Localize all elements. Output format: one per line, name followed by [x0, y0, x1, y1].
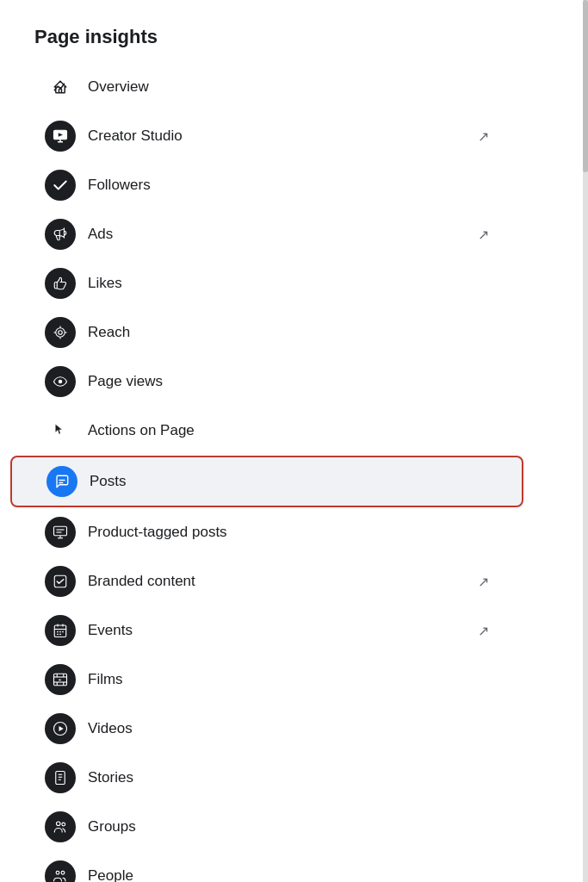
- svg-rect-23: [59, 631, 61, 633]
- sidebar-item-followers[interactable]: Followers: [10, 161, 523, 209]
- product-tagged-icon: [45, 517, 76, 548]
- sidebar-item-people[interactable]: People: [10, 852, 523, 882]
- external-link-icon: ↗: [478, 128, 489, 145]
- sidebar-item-films-label: Films: [88, 671, 489, 688]
- page-views-icon: [45, 366, 76, 397]
- sidebar-item-reach[interactable]: Reach: [10, 308, 523, 357]
- sidebar-item-posts-label: Posts: [90, 473, 487, 490]
- svg-point-43: [56, 871, 59, 874]
- external-link-icon-ads: ↗: [478, 227, 489, 243]
- sidebar-item-page-views[interactable]: Page views: [10, 357, 523, 406]
- sidebar-item-videos-label: Videos: [88, 720, 489, 737]
- svg-point-42: [62, 823, 65, 826]
- sidebar-item-actions-on-page-label: Actions on Page: [88, 422, 489, 439]
- svg-rect-12: [54, 526, 67, 536]
- svg-rect-37: [56, 772, 65, 785]
- likes-icon: [45, 268, 76, 299]
- sidebar-item-likes-label: Likes: [88, 275, 489, 292]
- sidebar-item-page-views-label: Page views: [88, 373, 489, 390]
- sidebar-item-creator-studio[interactable]: Creator Studio ↗: [10, 112, 523, 160]
- external-link-icon-branded: ↗: [478, 574, 489, 590]
- sidebar-item-stories-label: Stories: [88, 769, 489, 786]
- page-title: Page insights: [0, 17, 534, 62]
- sidebar-item-stories[interactable]: Stories: [10, 754, 523, 802]
- videos-icon: [45, 713, 76, 744]
- sidebar-item-people-label: People: [88, 867, 489, 882]
- scrollbar[interactable]: [583, 0, 588, 882]
- people-icon: [45, 860, 76, 882]
- svg-rect-26: [59, 634, 61, 636]
- sidebar-item-reach-label: Reach: [88, 324, 489, 341]
- posts-icon: [46, 466, 77, 497]
- sidebar-item-creator-studio-label: Creator Studio: [88, 127, 478, 145]
- svg-rect-24: [62, 631, 64, 633]
- sidebar-item-branded-content-label: Branded content: [88, 573, 478, 590]
- sidebar-item-product-tagged-posts[interactable]: Product-tagged posts: [10, 508, 523, 556]
- films-icon: [45, 664, 76, 695]
- sidebar-item-followers-label: Followers: [88, 177, 489, 194]
- sidebar-item-events[interactable]: Events ↗: [10, 606, 523, 655]
- branded-content-icon: [45, 566, 76, 597]
- svg-point-5: [59, 331, 63, 335]
- svg-point-44: [61, 871, 65, 874]
- svg-rect-25: [57, 634, 59, 636]
- sidebar-item-likes[interactable]: Likes: [10, 259, 523, 307]
- sidebar-item-films[interactable]: Films: [10, 655, 523, 704]
- sidebar: Page insights Overview Creator Studio ↗: [0, 0, 534, 882]
- sidebar-item-videos[interactable]: Videos: [10, 705, 523, 753]
- sidebar-item-branded-content[interactable]: Branded content ↗: [10, 557, 523, 606]
- stories-icon: [45, 762, 76, 793]
- svg-point-41: [57, 822, 61, 826]
- sidebar-item-product-tagged-posts-label: Product-tagged posts: [88, 524, 489, 541]
- creator-studio-icon: [45, 121, 76, 152]
- scrollbar-thumb[interactable]: [583, 0, 588, 172]
- svg-rect-22: [57, 631, 59, 633]
- sidebar-item-posts[interactable]: Posts: [10, 456, 523, 507]
- overview-icon: [45, 71, 76, 102]
- sidebar-item-groups[interactable]: Groups: [10, 803, 523, 851]
- followers-icon: [45, 170, 76, 201]
- events-icon: [45, 615, 76, 646]
- sidebar-item-events-label: Events: [88, 622, 478, 639]
- sidebar-item-overview[interactable]: Overview: [10, 63, 523, 111]
- groups-icon: [45, 811, 76, 842]
- sidebar-item-actions-on-page[interactable]: Actions on Page: [10, 407, 523, 455]
- reach-icon: [45, 317, 76, 348]
- svg-marker-36: [59, 726, 64, 731]
- ads-icon: [45, 219, 76, 250]
- actions-on-page-icon: [45, 415, 76, 446]
- external-link-icon-events: ↗: [478, 623, 489, 639]
- sidebar-item-ads[interactable]: Ads ↗: [10, 210, 523, 258]
- sidebar-item-overview-label: Overview: [88, 78, 489, 96]
- svg-marker-34: [59, 679, 62, 680]
- sidebar-item-groups-label: Groups: [88, 818, 489, 835]
- svg-point-11: [59, 380, 63, 384]
- sidebar-item-ads-label: Ads: [88, 226, 478, 243]
- svg-point-6: [56, 328, 65, 338]
